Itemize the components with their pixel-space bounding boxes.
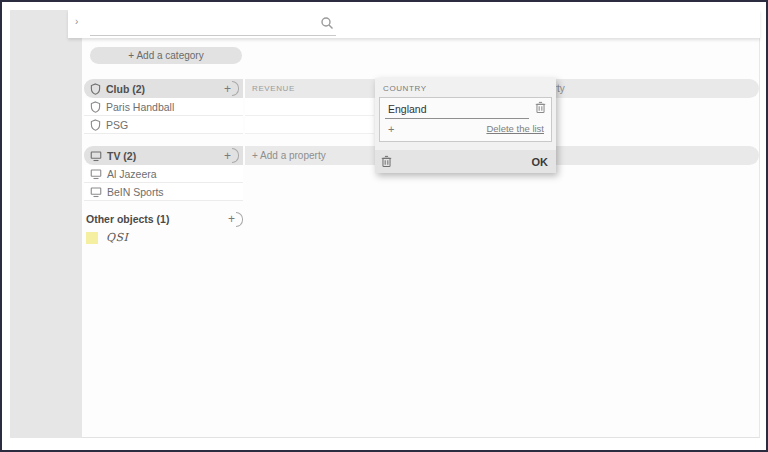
list-item-qsi[interactable]: QSI xyxy=(84,230,128,245)
half-circle-icon xyxy=(232,81,239,96)
search-icon xyxy=(320,16,334,30)
delete-value-trash-icon[interactable] xyxy=(535,101,546,114)
list-item-al-jazeera[interactable]: Al Jazeera xyxy=(84,165,243,183)
other-objects-header: Other objects (1) + xyxy=(84,210,243,228)
add-category-button[interactable]: + Add a category xyxy=(90,47,242,64)
item-label: BeIN Sports xyxy=(107,186,164,198)
add-tv-item-button[interactable]: + xyxy=(224,148,239,164)
collapse-sidebar-chevron-icon[interactable]: › xyxy=(75,16,78,27)
add-club-item-button[interactable]: + xyxy=(224,81,239,97)
list-item-psg[interactable]: PSG xyxy=(84,116,243,134)
app-window: › + Add a category Club (2) + REVENUE + … xyxy=(0,0,768,452)
country-value-input[interactable] xyxy=(385,101,529,119)
item-label: Paris Handball xyxy=(106,101,174,113)
search-input[interactable] xyxy=(90,14,336,36)
country-property-popup: COUNTRY + Delete the list xyxy=(375,78,556,173)
plus-icon: + xyxy=(228,212,235,226)
shield-icon xyxy=(90,119,101,131)
category-header-club[interactable]: Club (2) + xyxy=(84,79,243,98)
add-value-button[interactable]: + xyxy=(388,124,394,134)
half-circle-icon xyxy=(236,212,243,227)
delete-list-link[interactable]: Delete the list xyxy=(486,123,544,134)
shield-icon xyxy=(90,101,101,113)
popup-title: COUNTRY xyxy=(375,78,556,97)
popup-footer: OK xyxy=(375,150,556,173)
color-swatch xyxy=(86,232,98,244)
add-property-button-tv[interactable]: + Add a property xyxy=(252,150,326,161)
category-header-tv[interactable]: TV (2) + xyxy=(84,146,243,165)
add-other-object-button[interactable]: + xyxy=(228,211,243,227)
left-sidebar xyxy=(10,10,82,438)
other-objects-label: Other objects (1) xyxy=(86,213,228,225)
ok-button[interactable]: OK xyxy=(532,156,549,168)
item-label: Al Jazeera xyxy=(107,168,157,180)
half-circle-icon xyxy=(232,148,239,163)
value-list-box: + Delete the list xyxy=(379,97,552,142)
delete-property-trash-icon[interactable] xyxy=(381,155,392,168)
category-label: TV (2) xyxy=(107,150,224,162)
list-item-paris-handball[interactable]: Paris Handball xyxy=(84,98,243,116)
revenue-cell-paris-handball[interactable] xyxy=(245,98,374,116)
shield-icon xyxy=(90,83,101,95)
category-label: Club (2) xyxy=(106,83,224,95)
item-label: PSG xyxy=(106,119,128,131)
tv-icon xyxy=(90,168,102,180)
item-label: QSI xyxy=(106,231,128,244)
tv-icon xyxy=(90,150,102,162)
plus-icon: + xyxy=(224,82,231,96)
top-search-bar: › xyxy=(68,10,760,38)
list-item-bein-sports[interactable]: BeIN Sports xyxy=(84,183,243,201)
revenue-cell-psg[interactable] xyxy=(245,116,374,134)
plus-icon: + xyxy=(224,149,231,163)
property-header-revenue[interactable]: REVENUE xyxy=(252,84,295,93)
tv-icon xyxy=(90,186,102,198)
